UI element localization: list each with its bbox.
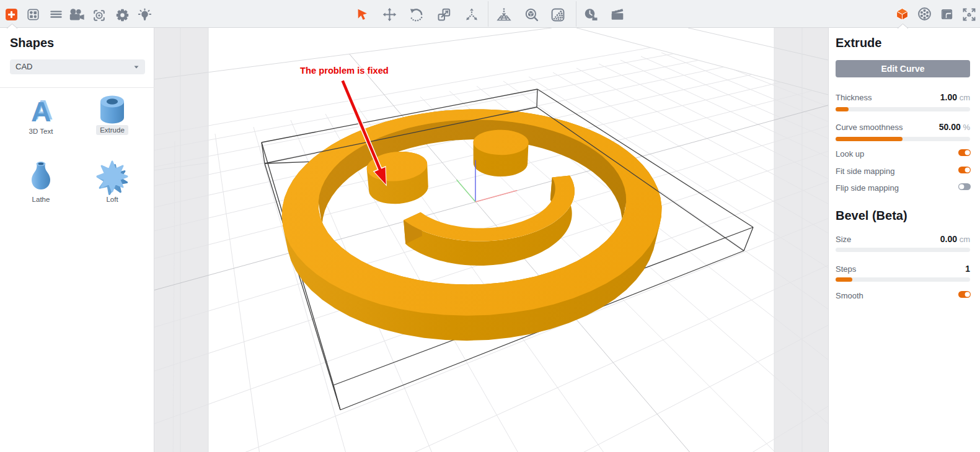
svg-text:A: A <box>31 96 51 127</box>
svg-text:The problem is fixed: The problem is fixed <box>300 66 389 76</box>
